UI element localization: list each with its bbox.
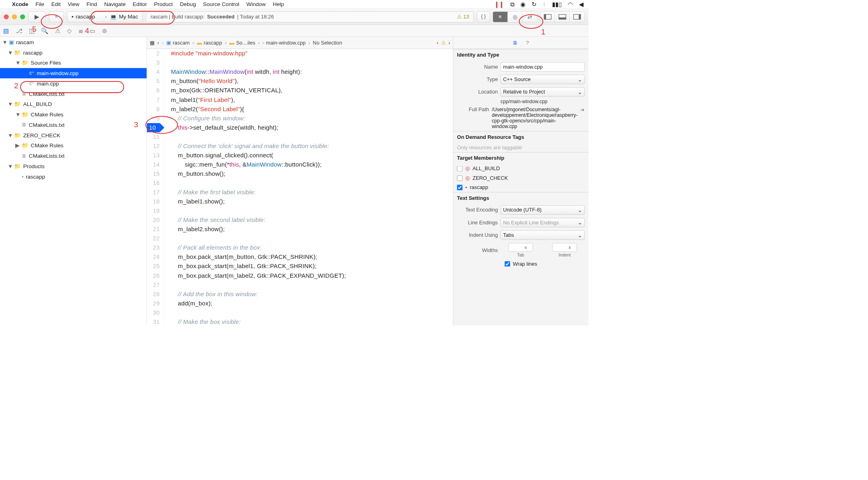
- project-navigator[interactable]: ▼▣rascam▼📁rascapp▼📁Source Filesc⁺main-wi…: [0, 37, 147, 325]
- crumb-file[interactable]: main-window.cpp: [266, 40, 306, 46]
- quick-help-icon[interactable]: ?: [526, 40, 529, 46]
- navigator-item[interactable]: ▪rascapp: [0, 171, 147, 182]
- version-editor-button[interactable]: ⇄: [522, 12, 537, 22]
- line-endings-select[interactable]: No Explicit Line Endings⌄: [501, 218, 585, 227]
- name-field[interactable]: main-window.cpp: [501, 62, 585, 71]
- navigator-item[interactable]: c⁺main-window.cpp: [0, 68, 147, 79]
- target-checkbox[interactable]: [457, 185, 463, 190]
- issues-indicator[interactable]: ⚠ 13: [457, 14, 469, 20]
- target-membership-row[interactable]: ◎ALL_BUILD: [453, 164, 589, 173]
- forward-button[interactable]: ›: [162, 40, 163, 46]
- battery-icon[interactable]: ▮▮▯: [552, 1, 562, 8]
- wifi-icon[interactable]: ◠: [568, 1, 573, 8]
- menu-product[interactable]: Product: [154, 1, 173, 8]
- navigator-item[interactable]: ▼▣rascam: [0, 37, 147, 47]
- source-text[interactable]: #include "main-window.hpp" MainWindow::M…: [164, 49, 346, 325]
- menu-debug[interactable]: Debug: [180, 1, 196, 8]
- file-inspector-icon[interactable]: 🗎: [513, 40, 518, 46]
- stop-button[interactable]: ■: [49, 11, 64, 22]
- target-checkbox[interactable]: [457, 166, 463, 171]
- line-gutter[interactable]: 2345678910111213141516171819202122232425…: [147, 49, 164, 325]
- menu-find[interactable]: Find: [86, 1, 97, 8]
- volume-icon[interactable]: ◀: [579, 1, 584, 8]
- navigator-item[interactable]: 🗎CMakeLists.txt: [0, 120, 147, 130]
- window-controls: [4, 14, 25, 19]
- issue-icon[interactable]: ⚠: [441, 40, 446, 46]
- tab-width-caption: Tab: [517, 253, 524, 258]
- navigator-item[interactable]: 🗎CMakeLists.txt: [0, 151, 147, 161]
- source-control-navigator-icon[interactable]: ⎇: [16, 27, 22, 35]
- toggle-inspector-button[interactable]: [570, 12, 585, 22]
- run-button[interactable]: ▶: [29, 11, 46, 22]
- menu-navigate[interactable]: Navigate: [104, 1, 126, 8]
- encoding-select[interactable]: Unicode (UTF-8)⌄: [501, 205, 585, 215]
- crumb-target[interactable]: rascapp: [204, 40, 222, 46]
- navigator-item[interactable]: ▼📁ZERO_CHECK: [0, 130, 147, 140]
- report-navigator-icon[interactable]: ⊜: [102, 27, 107, 35]
- app-menu[interactable]: Xcode: [12, 1, 29, 8]
- navigator-item[interactable]: ▼📁CMake Rules: [0, 110, 147, 120]
- next-issue-button[interactable]: ›: [448, 40, 450, 46]
- odr-section-header: On Demand Resource Tags: [453, 131, 589, 143]
- indent-using-label: Indent Using: [457, 232, 498, 238]
- indent-width-stepper[interactable]: [552, 243, 577, 252]
- issue-navigator-icon[interactable]: ⚠: [55, 27, 61, 35]
- reveal-arrow-icon[interactable]: ➜: [580, 107, 585, 113]
- find-navigator-icon[interactable]: 🔍: [41, 27, 48, 35]
- crumb-project[interactable]: rascam: [173, 40, 189, 46]
- breakpoint-navigator-icon[interactable]: ▭: [90, 27, 95, 35]
- menu-file[interactable]: File: [35, 1, 44, 8]
- source-editor[interactable]: 2345678910111213141516171819202122232425…: [147, 49, 453, 325]
- navigator-item[interactable]: 🗎CMakeLists.txt: [0, 89, 147, 99]
- timemachine-icon[interactable]: ↻: [532, 1, 536, 8]
- editor-area: ▦ ‹ › ▣rascam› ▬rascapp› ▬So…iles› ▫main…: [147, 37, 453, 325]
- menu-editor[interactable]: Editor: [133, 1, 147, 8]
- toggle-debug-button[interactable]: [555, 12, 570, 22]
- crumb-folder[interactable]: So…iles: [236, 40, 255, 46]
- location-select[interactable]: Relative to Project⌄: [501, 87, 585, 97]
- related-items-icon[interactable]: ▦: [150, 40, 155, 46]
- close-window-button[interactable]: [4, 14, 8, 19]
- back-button[interactable]: ‹: [157, 40, 159, 46]
- tab-width-stepper[interactable]: [508, 243, 533, 252]
- debug-navigator-icon[interactable]: ≣: [78, 27, 83, 35]
- zoom-window-button[interactable]: [20, 14, 25, 19]
- target-membership-row[interactable]: ▪rascapp: [453, 183, 589, 192]
- standard-editor-button[interactable]: ≡: [493, 12, 508, 22]
- menu-edit[interactable]: Edit: [51, 1, 61, 8]
- target-checkbox[interactable]: [457, 175, 463, 181]
- target-icon: ▪: [71, 14, 73, 20]
- menu-view[interactable]: View: [68, 1, 79, 8]
- menu-help[interactable]: Help: [273, 1, 284, 8]
- menu-window[interactable]: Window: [247, 1, 266, 8]
- dropbox-icon[interactable]: ⧉: [510, 1, 515, 8]
- navigator-item[interactable]: ▶📁CMake Rules: [0, 140, 147, 151]
- assistant-editor-button[interactable]: ◎: [507, 12, 522, 22]
- indent-using-select[interactable]: Tabs⌄: [501, 230, 585, 240]
- scheme-selector[interactable]: ▪rascapp 💻My Mac: [67, 11, 143, 22]
- code-snippets-button[interactable]: { }: [477, 11, 490, 22]
- navigator-item[interactable]: ▼📁ALL_BUILD: [0, 99, 147, 110]
- crumb-symbol[interactable]: No Selection: [313, 40, 342, 46]
- menu-source-control[interactable]: Source Control: [203, 1, 239, 8]
- toggle-navigator-button[interactable]: [540, 12, 555, 22]
- sync-icon[interactable]: ◉: [520, 1, 526, 8]
- pause-icon[interactable]: ❙❙: [494, 1, 504, 8]
- odr-tags-field[interactable]: Only resources are taggable: [457, 144, 585, 151]
- target-membership-row[interactable]: ◎ZERO_CHECK: [453, 173, 589, 183]
- project-navigator-icon[interactable]: ▤: [3, 27, 9, 35]
- navigator-item[interactable]: ▼📁Products: [0, 161, 147, 171]
- test-navigator-icon[interactable]: ◇: [67, 27, 72, 35]
- type-select[interactable]: C++ Source⌄: [501, 75, 585, 84]
- bluetooth-icon[interactable]: ᚼ: [542, 1, 546, 8]
- prev-issue-button[interactable]: ‹: [437, 40, 438, 46]
- symbol-navigator-icon[interactable]: ◫: [29, 27, 35, 35]
- jump-bar[interactable]: ▦ ‹ › ▣rascam› ▬rascapp› ▬So…iles› ▫main…: [147, 37, 453, 49]
- scheme-target: rascapp: [76, 14, 95, 20]
- navigator-item[interactable]: ▼📁rascapp: [0, 47, 147, 58]
- warning-count: 13: [463, 14, 469, 20]
- wrap-lines-checkbox[interactable]: [505, 261, 510, 267]
- navigator-item[interactable]: ▼📁Source Files: [0, 58, 147, 68]
- navigator-item[interactable]: c⁺main.cpp: [0, 78, 147, 89]
- minimize-window-button[interactable]: [12, 14, 17, 19]
